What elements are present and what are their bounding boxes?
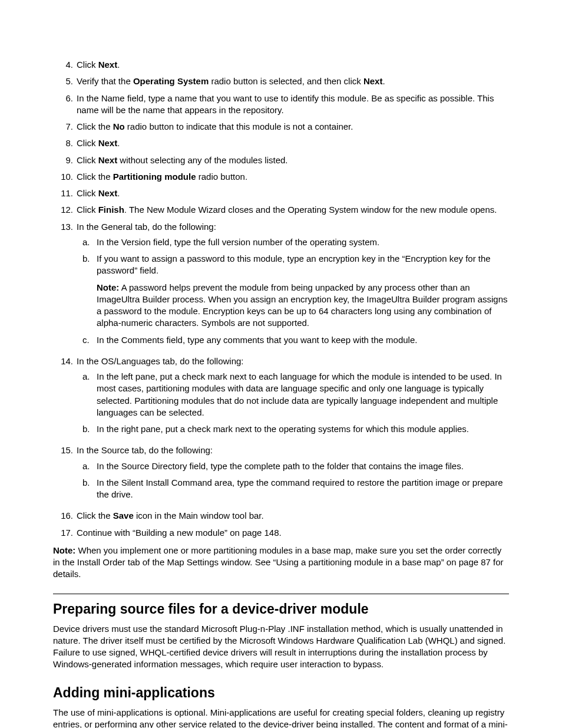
sub-letter: a. <box>82 371 97 419</box>
step-13b: b. If you want to assign a password to t… <box>82 253 509 330</box>
section-heading-mini-applications: Adding mini-applications <box>53 684 509 702</box>
step-content: In the General tab, do the following: a.… <box>77 221 509 351</box>
step-16: 16. Click the Save icon in the Main wind… <box>53 510 509 522</box>
step-content: Click Next. <box>77 187 509 199</box>
sub-letter: a. <box>82 236 97 248</box>
step-content: In the Source tab, do the following: a. … <box>77 444 509 505</box>
section-rule <box>53 594 509 594</box>
sub-letter: c. <box>82 334 97 346</box>
step-number: 5. <box>53 75 77 87</box>
step-number: 6. <box>53 93 77 117</box>
step-6: 6. In the Name field, type a name that y… <box>53 93 509 117</box>
note-block: Note: A password helps prevent the modul… <box>97 282 509 330</box>
step-number: 10. <box>53 171 77 183</box>
step-number: 7. <box>53 121 77 133</box>
step-number: 12. <box>53 204 77 216</box>
note-text: When you implement one or more partition… <box>53 545 504 579</box>
step-number: 14. <box>53 355 77 440</box>
step-number: 13. <box>53 221 77 351</box>
step-4: 4. Click Next. <box>53 59 509 71</box>
step-5: 5. Verify that the Operating System radi… <box>53 75 509 87</box>
step-15a: a. In the Source Directory field, type t… <box>82 460 509 472</box>
sub-letter: a. <box>82 460 97 472</box>
step-content: Verify that the Operating System radio b… <box>77 75 509 87</box>
step-12: 12. Click Finish. The New Module Wizard … <box>53 204 509 216</box>
sub-content: In the Version field, type the full vers… <box>97 236 509 248</box>
step-15b: b. In the Silent Install Command area, t… <box>82 477 509 501</box>
step-7: 7. Click the No radio button to indicate… <box>53 121 509 133</box>
note-label: Note: <box>53 545 75 555</box>
step-17: 17. Continue with “Building a new module… <box>53 527 509 539</box>
step-15: 15. In the Source tab, do the following:… <box>53 444 509 505</box>
section-heading-device-driver: Preparing source files for a device-driv… <box>53 600 509 618</box>
step-13a: a. In the Version field, type the full v… <box>82 236 509 248</box>
step-content: In the OS/Languages tab, do the followin… <box>77 355 509 440</box>
step-13: 13. In the General tab, do the following… <box>53 221 509 351</box>
step-11: 11. Click Next. <box>53 187 509 199</box>
step-content: Click Next without selecting any of the … <box>77 154 509 166</box>
step-14a: a. In the left pane, put a check mark ne… <box>82 371 509 419</box>
sub-letter: b. <box>82 423 97 435</box>
bottom-note: Note: When you implement one or more par… <box>53 545 509 581</box>
step-14: 14. In the OS/Languages tab, do the foll… <box>53 355 509 440</box>
step-number: 11. <box>53 187 77 199</box>
sub-content: In the Silent Install Command area, type… <box>97 477 509 501</box>
section-paragraph: Device drivers must use the standard Mic… <box>53 623 509 671</box>
step-content: Click the No radio button to indicate th… <box>77 121 509 133</box>
sub-content: In the right pane, put a check mark next… <box>97 423 509 435</box>
step-number: 9. <box>53 154 77 166</box>
step-content: In the Name field, type a name that you … <box>77 93 509 117</box>
step-content: Click the Partitioning module radio butt… <box>77 171 509 183</box>
sub-steps: a. In the left pane, put a check mark ne… <box>77 371 509 435</box>
step-10: 10. Click the Partitioning module radio … <box>53 171 509 183</box>
sub-letter: b. <box>82 477 97 501</box>
step-number: 15. <box>53 444 77 505</box>
sub-letter: b. <box>82 253 97 330</box>
sub-content: In the Comments field, type any comments… <box>97 334 509 346</box>
step-9: 9. Click Next without selecting any of t… <box>53 154 509 166</box>
sub-content: In the Source Directory field, type the … <box>97 460 509 472</box>
step-content: Click Next. <box>77 137 509 149</box>
step-content: Click Next. <box>77 59 509 71</box>
sub-content: If you want to assign a password to this… <box>97 253 509 330</box>
sub-steps: a. In the Source Directory field, type t… <box>77 460 509 501</box>
note-text: A password helps prevent the module from… <box>97 282 508 328</box>
step-13c: c. In the Comments field, type any comme… <box>82 334 509 346</box>
step-8: 8. Click Next. <box>53 137 509 149</box>
step-content: Click Finish. The New Module Wizard clos… <box>77 204 509 216</box>
sub-steps: a. In the Version field, type the full v… <box>77 236 509 346</box>
step-content: Continue with “Building a new module” on… <box>77 527 509 539</box>
sub-content: In the left pane, put a check mark next … <box>97 371 509 419</box>
section-paragraph: The use of mini-applications is optional… <box>53 707 509 728</box>
note-label: Note: <box>97 282 119 292</box>
step-number: 16. <box>53 510 77 522</box>
step-14b: b. In the right pane, put a check mark n… <box>82 423 509 435</box>
step-number: 4. <box>53 59 77 71</box>
step-content: Click the Save icon in the Main window t… <box>77 510 509 522</box>
page: 4. Click Next. 5. Verify that the Operat… <box>0 0 562 728</box>
numbered-steps: 4. Click Next. 5. Verify that the Operat… <box>53 59 509 539</box>
step-number: 17. <box>53 527 77 539</box>
step-number: 8. <box>53 137 77 149</box>
